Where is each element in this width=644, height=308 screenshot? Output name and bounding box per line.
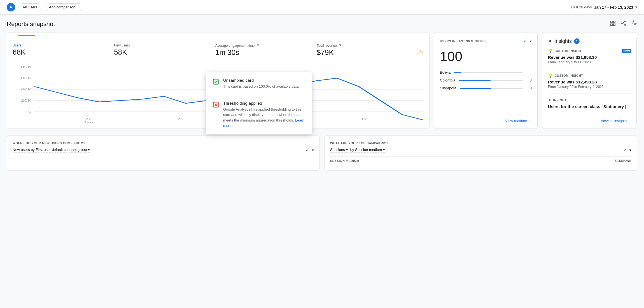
svg-rect-0 (611, 21, 612, 23)
status-check-icon: ✓ (305, 147, 310, 153)
date-dropdown-icon[interactable]: ▾ (635, 5, 637, 9)
page-title: Reports snapshot (7, 20, 55, 28)
lightbulb-icon-2: 💡 (548, 73, 553, 78)
svg-text:40K: 40K (21, 88, 32, 91)
svg-point-4 (625, 21, 626, 22)
sessions-selector[interactable]: Sessions ▾ (330, 148, 348, 153)
country-count: 3 (526, 78, 532, 82)
thresholding-heading: Thresholding applied (223, 101, 305, 106)
session-medium-selector[interactable]: by Session medium ▾ (350, 148, 385, 153)
sessions-dropdown-icon: ▾ (346, 148, 348, 152)
total-revenue-value: $79K (317, 48, 407, 57)
explore-icon[interactable] (631, 20, 637, 28)
country-bar (460, 88, 491, 89)
avg-engagement-label: Average engagement time (215, 44, 255, 48)
dropdown-arrow-icon: ▾ (88, 148, 90, 152)
top-bar-left: A All Users Add comparison + (7, 3, 83, 11)
country-row: Colombia 3 (440, 76, 532, 84)
svg-text:Jan: Jan (83, 121, 93, 123)
unsampled-heading: Unsampled card (223, 78, 300, 83)
users-label: Users (13, 43, 21, 47)
realtime-title: USERS IN LAST 30 MINUTES (440, 39, 486, 43)
share-icon[interactable] (620, 20, 627, 28)
arrow-right-icon-insights: → (628, 119, 631, 123)
insights-sparkle-icon: ✦ (548, 38, 552, 44)
insight-date-1: From February 5 to 11, 2023 (548, 60, 631, 64)
realtime-dropdown-icon[interactable]: ▾ (530, 39, 532, 43)
svg-text:80K: 80K (21, 65, 32, 69)
insight-type-label-1: CUSTOM INSIGHT (555, 49, 583, 53)
tooltip-unsampled: Unsampled card This card is based on 100… (206, 72, 312, 95)
country-bar (459, 80, 491, 81)
country-bar-wrap (459, 80, 523, 81)
insight-type-row-3: ✦ INSIGHT (548, 98, 631, 102)
view-realtime-link[interactable]: View realtime → (440, 119, 532, 123)
channel-group-label: New users by First user default channel … (13, 148, 87, 152)
insights-title: Insights (554, 38, 572, 44)
insights-card: ✦ Insights 1 💡 CUSTOM INSIGHT New Revenu… (542, 32, 637, 129)
avg-engagement-metric: Average engagement time ? 1m 30s (215, 43, 305, 57)
thresholding-icon (213, 101, 219, 110)
view-realtime-label: View realtime (505, 119, 527, 123)
svg-text:0: 0 (28, 110, 32, 113)
svg-text:12: 12 (361, 117, 368, 121)
insight-value-2: Revenue was $12,498.28 (548, 80, 631, 84)
sessions-label: Sessions (330, 148, 345, 152)
plus-icon: + (77, 5, 79, 9)
learn-more-link[interactable]: Learn more (223, 118, 304, 128)
country-list: Bolivia Colombia 3 Singapore (440, 69, 532, 115)
main-content: Users 68K New users 58K Average engageme… (0, 32, 644, 177)
realtime-number: 100 (440, 49, 532, 64)
arrow-right-icon: → (528, 119, 532, 123)
top-bar: A All Users Add comparison + Last 28 day… (0, 0, 644, 15)
insight-item-3: ✦ INSIGHT Users for the screen class "St… (548, 98, 631, 114)
lightbulb-icon-1: 💡 (548, 49, 553, 53)
date-prefix: Last 28 days (571, 5, 592, 9)
svg-text:29: 29 (177, 117, 184, 121)
svg-line-7 (622, 22, 624, 24)
realtime-card: USERS IN LAST 30 MINUTES ✓ ▾ 100 Bolivia… (434, 32, 538, 129)
campaigns-dropdown-icon[interactable]: ▾ (629, 148, 631, 152)
new-users-card-title: WHERE DO YOUR NEW USERS COME FROM? (13, 141, 314, 145)
total-revenue-help-icon[interactable]: ? (339, 43, 341, 48)
insight-type-row-2: 💡 CUSTOM INSIGHT (548, 73, 631, 78)
new-badge: New (622, 49, 631, 53)
dropdown-settings-icon[interactable]: ▾ (312, 148, 314, 152)
sessions-col-title: SESSIONS (615, 159, 631, 162)
new-users-value: 58K (114, 48, 204, 57)
view-all-insights-link[interactable]: View all insights → (548, 119, 631, 123)
country-name: Singapore (440, 86, 456, 90)
country-row: Bolivia (440, 69, 532, 76)
svg-point-6 (625, 25, 626, 26)
svg-line-8 (622, 23, 624, 25)
insight-type-label-3: INSIGHT (553, 99, 567, 102)
channel-group-selector[interactable]: New users by First user default channel … (13, 148, 90, 153)
country-name: Bolivia (440, 70, 451, 74)
segment-pill[interactable]: All Users (18, 3, 41, 11)
edit-report-icon[interactable] (610, 20, 616, 28)
new-users-selector: New users by First user default channel … (13, 147, 314, 153)
top-campaigns-card: WHAT ARE YOUR TOP CAMPAIGNS? Sessions ▾ … (324, 136, 637, 171)
total-revenue-metric: Total revenue ? $79K (317, 43, 407, 57)
total-revenue-label: Total revenue (317, 44, 337, 48)
users-value: 68K (13, 48, 103, 57)
avg-engagement-help-icon[interactable]: ? (257, 43, 259, 48)
insights-scrollbar[interactable] (636, 38, 637, 123)
warning-icon[interactable]: ⚠ (418, 48, 424, 56)
session-medium-col-title: SESSION MEDIUM (330, 159, 359, 162)
svg-rect-25 (213, 79, 218, 84)
tab-underline (18, 35, 35, 36)
svg-text:60K: 60K (21, 76, 32, 80)
insight-item-1: 💡 CUSTOM INSIGHT New Revenue was $21,958… (548, 49, 631, 69)
svg-rect-2 (611, 24, 612, 25)
country-bar-wrap (460, 88, 523, 89)
avg-engagement-value: 1m 30s (215, 48, 305, 57)
add-comparison-button[interactable]: Add comparison + (45, 3, 83, 11)
campaigns-selector-actions: ✓ ▾ (623, 147, 631, 153)
top-campaigns-card-title: WHAT ARE YOUR TOP CAMPAIGNS? (330, 141, 631, 145)
thresholding-body: Google Analytics has applied thresholdin… (223, 107, 305, 129)
page-header: Reports snapshot (0, 15, 644, 32)
country-bar (454, 72, 461, 73)
sparkle-icon-3: ✦ (548, 98, 552, 102)
date-range[interactable]: Jan 17 - Feb 13, 2023 (594, 5, 633, 10)
